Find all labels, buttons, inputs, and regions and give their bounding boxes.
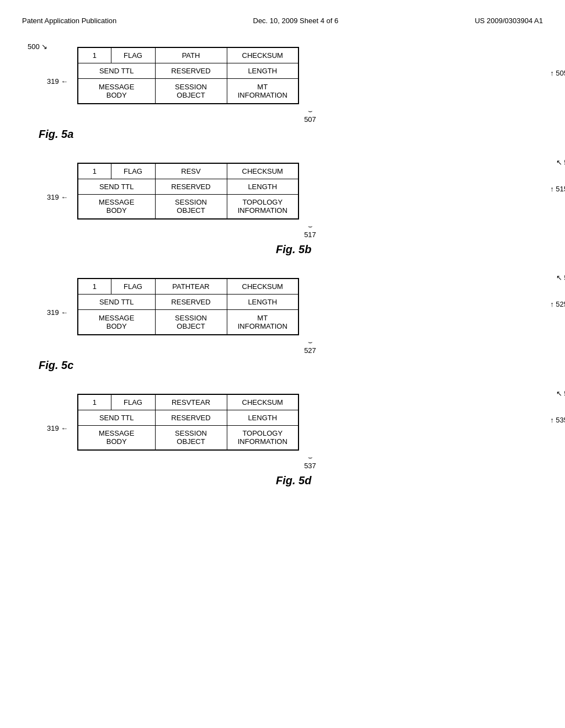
cell-1-5b: 1	[78, 163, 111, 179]
ref-510: ↖ 510	[556, 158, 565, 167]
cell-session-object-5c: SESSIONOBJECT	[155, 310, 227, 335]
cell-reserved: RESERVED	[155, 63, 227, 79]
ref-507-5a: ⌣507	[77, 106, 543, 124]
ref-520: ↖ 520	[556, 274, 565, 282]
fig-label-5b: Fig. 5b	[276, 243, 543, 256]
figure-5d: ↖ 530 1 FLAG RESVTEAR CHECKSUM SEND TTL …	[22, 394, 543, 488]
cell-message-body: MESSAGEBODY	[78, 79, 155, 104]
ref-530: ↖ 530	[556, 389, 565, 398]
cell-topology-info-5b: TOPOLOGYINFORMATION	[227, 194, 299, 219]
cell-send-ttl-5b: SEND TTL	[78, 179, 155, 194]
ref-319-5b: 319 ←	[47, 193, 68, 201]
cell-flag-5b: FLAG	[111, 163, 155, 179]
cell-checksum: CHECKSUM	[227, 47, 299, 63]
ref-515: ↑ 515	[550, 185, 565, 193]
cell-session-object-5d: SESSIONOBJECT	[155, 425, 227, 450]
ref-500: 500 ↘	[28, 42, 47, 51]
fig-label-5c: Fig. 5c	[39, 359, 543, 372]
cell-flag-5c: FLAG	[111, 279, 155, 295]
cell-length-5c: LENGTH	[227, 295, 299, 310]
cell-checksum-5d: CHECKSUM	[227, 394, 299, 410]
cell-message-body-5d: MESSAGEBODY	[78, 425, 155, 450]
ref-319-5c: 319 ←	[47, 308, 68, 317]
ref-535: ↑ 535	[550, 416, 565, 424]
figure-5b: ↖ 510 1 FLAG RESV CHECKSUM SEND TTL RESE…	[22, 163, 543, 256]
ref-525: ↑ 525	[550, 300, 565, 308]
cell-mt-info-5c: MTINFORMATION	[227, 310, 299, 335]
figure-5a: 500 ↘ 1 FLAG PATH CHECKSUM SEND TTL RESE…	[22, 47, 543, 141]
cell-reserved-5b: RESERVED	[155, 179, 227, 194]
table-5d: 1 FLAG RESVTEAR CHECKSUM SEND TTL RESERV…	[77, 394, 299, 451]
ref-517: ⌣517	[77, 222, 543, 239]
table-5a: 1 FLAG PATH CHECKSUM SEND TTL RESERVED L…	[77, 47, 299, 104]
cell-length-5d: LENGTH	[227, 410, 299, 425]
cell-pathtear: PATHTEAR	[155, 279, 227, 295]
cell-session-object: SESSIONOBJECT	[155, 79, 227, 104]
header-left: Patent Application Publication	[22, 17, 116, 25]
cell-checksum-5c: CHECKSUM	[227, 279, 299, 295]
ref-537: ⌣537	[77, 453, 543, 470]
cell-reserved-5c: RESERVED	[155, 295, 227, 310]
cell-send-ttl-5d: SEND TTL	[78, 410, 155, 425]
header-center: Dec. 10, 2009 Sheet 4 of 6	[253, 17, 339, 25]
cell-length-5b: LENGTH	[227, 179, 299, 194]
cell-length: LENGTH	[227, 63, 299, 79]
header-right: US 2009/0303904 A1	[475, 17, 543, 25]
cell-1-5d: 1	[78, 394, 111, 410]
ref-319-5a: 319 ←	[47, 77, 68, 85]
cell-message-body-5b: MESSAGEBODY	[78, 194, 155, 219]
cell-resvtear: RESVTEAR	[155, 394, 227, 410]
cell-session-object-5b: SESSIONOBJECT	[155, 194, 227, 219]
table-5b: 1 FLAG RESV CHECKSUM SEND TTL RESERVED L…	[77, 163, 299, 220]
ref-527: ⌣527	[77, 338, 543, 355]
cell-checksum-5b: CHECKSUM	[227, 163, 299, 179]
cell-flag-5d: FLAG	[111, 394, 155, 410]
cell-resv: RESV	[155, 163, 227, 179]
ref-319-5d: 319 ←	[47, 424, 68, 432]
page-header: Patent Application Publication Dec. 10, …	[22, 11, 543, 36]
figure-5c: ↖ 520 1 FLAG PATHTEAR CHECKSUM SEND TTL …	[22, 278, 543, 372]
cell-path: PATH	[155, 47, 227, 63]
cell-flag: FLAG	[111, 47, 155, 63]
cell-send-ttl-5c: SEND TTL	[78, 295, 155, 310]
cell-topology-info-5d: TOPOLOGYINFORMATION	[227, 425, 299, 450]
cell-1: 1	[78, 47, 111, 63]
ref-505: ↑ 505	[550, 69, 565, 77]
fig-label-5a: Fig. 5a	[39, 128, 543, 141]
cell-1-5c: 1	[78, 279, 111, 295]
fig-label-5d: Fig. 5d	[276, 474, 543, 487]
cell-mt-info: MTINFORMATION	[227, 79, 299, 104]
cell-reserved-5d: RESERVED	[155, 410, 227, 425]
table-5c: 1 FLAG PATHTEAR CHECKSUM SEND TTL RESERV…	[77, 278, 299, 335]
cell-message-body-5c: MESSAGEBODY	[78, 310, 155, 335]
cell-send-ttl: SEND TTL	[78, 63, 155, 79]
